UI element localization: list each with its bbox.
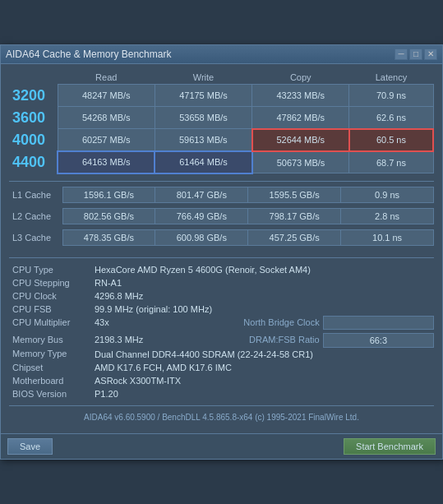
- content-area: Read Write Copy Latency 320048247 MB/s47…: [1, 64, 442, 433]
- dram-fsb-value: 66:3: [323, 333, 433, 347]
- bench-label-4400: 4400: [9, 151, 58, 173]
- cache-write: 600.98 GB/s: [155, 229, 248, 245]
- cpu-clock-label: CPU Clock: [9, 289, 91, 303]
- cache-label: L1 Cache: [9, 187, 62, 202]
- cpu-stepping-label: CPU Stepping: [9, 276, 91, 289]
- cache-copy: 798.17 GB/s: [248, 208, 341, 224]
- cache-label: L3 Cache: [9, 229, 62, 245]
- window-title: AIDA64 Cache & Memory Benchmark: [6, 49, 171, 60]
- bios-label: BIOS Version: [9, 387, 91, 400]
- header-latency: Latency: [349, 71, 433, 85]
- bench-read-4000: 60257 MB/s: [58, 129, 155, 151]
- bench-write-3600: 53658 MB/s: [155, 107, 251, 129]
- cache-read: 1596.1 GB/s: [62, 187, 155, 202]
- save-button[interactable]: Save: [7, 438, 53, 455]
- maximize-button[interactable]: □: [409, 49, 422, 60]
- divider-2: [9, 257, 434, 258]
- cache-row-l1-cache: L1 Cache1596.1 GB/s801.47 GB/s1595.5 GB/…: [9, 187, 434, 202]
- cache-read: 478.35 GB/s: [62, 229, 155, 245]
- nb-clock-label: North Bridge Clock: [184, 316, 323, 329]
- footer-text: AIDA64 v6.60.5900 / BenchDLL 4.5.865.8-x…: [9, 411, 434, 427]
- info-row-memory-bus: Memory Bus 2198.3 MHz DRAM:FSB Ratio 66:…: [9, 333, 434, 347]
- info-row-memory-type: Memory Type Dual Channel DDR4-4400 SDRAM…: [9, 347, 434, 361]
- cpu-type-label: CPU Type: [9, 263, 91, 276]
- info-table: CPU Type HexaCore AMD Ryzen 5 4600G (Ren…: [9, 263, 434, 400]
- info-row-cpu-clock: CPU Clock 4296.8 MHz: [9, 289, 434, 303]
- dram-fsb-label: DRAM:FSB Ratio: [184, 333, 323, 347]
- chipset-value: AMD K17.6 FCH, AMD K17.6 IMC: [91, 361, 434, 374]
- divider-3: [9, 405, 434, 406]
- cpu-stepping-value: RN-A1: [91, 276, 434, 289]
- bench-copy-3600: 47862 MB/s: [252, 107, 349, 129]
- window-controls: ─ □ ✕: [395, 49, 437, 60]
- memory-bus-label: Memory Bus: [9, 333, 91, 347]
- info-row-bios: BIOS Version P1.20: [9, 387, 434, 400]
- memory-bus-value: 2198.3 MHz: [91, 333, 184, 347]
- cache-write: 801.47 GB/s: [155, 187, 248, 202]
- bench-read-3200: 48247 MB/s: [58, 85, 155, 107]
- memory-type-value: Dual Channel DDR4-4400 SDRAM (22-24-24-5…: [91, 347, 434, 361]
- cache-read: 802.56 GB/s: [62, 208, 155, 224]
- cache-latency: 2.8 ns: [341, 208, 434, 224]
- cache-write: 766.49 GB/s: [155, 208, 248, 224]
- bench-row-4400: 440064163 MB/s61464 MB/s50673 MB/s68.7 n…: [9, 151, 433, 173]
- cache-row-l2-cache: L2 Cache802.56 GB/s766.49 GB/s798.17 GB/…: [9, 208, 434, 224]
- info-row-cpu-stepping: CPU Stepping RN-A1: [9, 276, 434, 289]
- titlebar: AIDA64 Cache & Memory Benchmark ─ □ ✕: [1, 45, 442, 64]
- main-window: AIDA64 Cache & Memory Benchmark ─ □ ✕ Re…: [0, 44, 443, 460]
- cache-table: L1 Cache1596.1 GB/s801.47 GB/s1595.5 GB/…: [9, 187, 434, 251]
- bench-latency-3600: 62.6 ns: [349, 107, 433, 129]
- bench-label-3200: 3200: [9, 85, 58, 107]
- header-read: Read: [58, 71, 155, 85]
- cache-latency: 10.1 ns: [341, 229, 434, 245]
- bench-latency-4400: 68.7 ns: [349, 151, 433, 173]
- header-write: Write: [155, 71, 251, 85]
- nb-clock-value: [323, 316, 433, 329]
- chipset-label: Chipset: [9, 361, 91, 374]
- cpu-multiplier-label: CPU Multiplier: [9, 316, 91, 329]
- bench-copy-3200: 43233 MB/s: [252, 85, 349, 107]
- bottom-bar: Save Start Benchmark: [1, 433, 442, 459]
- cache-copy: 457.25 GB/s: [248, 229, 341, 245]
- bench-row-3200: 320048247 MB/s47175 MB/s43233 MB/s70.9 n…: [9, 85, 433, 107]
- cache-row-l3-cache: L3 Cache478.35 GB/s600.98 GB/s457.25 GB/…: [9, 229, 434, 245]
- info-row-cpu-fsb: CPU FSB 99.9 MHz (original: 100 MHz): [9, 303, 434, 317]
- cache-label: L2 Cache: [9, 208, 62, 224]
- info-row-motherboard: Motherboard ASRock X300TM-ITX: [9, 374, 434, 387]
- cpu-fsb-label: CPU FSB: [9, 303, 91, 317]
- cpu-clock-value: 4296.8 MHz: [91, 289, 434, 303]
- bench-latency-4000: 60.5 ns: [349, 129, 433, 151]
- bench-copy-4400: 50673 MB/s: [252, 151, 349, 173]
- divider-1: [9, 181, 434, 182]
- cpu-multiplier-value: 43x: [91, 316, 184, 329]
- info-row-cpu-type: CPU Type HexaCore AMD Ryzen 5 4600G (Ren…: [9, 263, 434, 276]
- motherboard-value: ASRock X300TM-ITX: [91, 374, 434, 387]
- memory-type-label: Memory Type: [9, 347, 91, 361]
- close-button[interactable]: ✕: [424, 49, 437, 60]
- benchmark-table: Read Write Copy Latency 320048247 MB/s47…: [9, 71, 434, 174]
- info-row-chipset: Chipset AMD K17.6 FCH, AMD K17.6 IMC: [9, 361, 434, 374]
- start-benchmark-button[interactable]: Start Benchmark: [344, 438, 436, 455]
- bios-value: P1.20: [91, 387, 434, 400]
- bench-label-3600: 3600: [9, 107, 58, 129]
- cpu-fsb-value: 99.9 MHz (original: 100 MHz): [91, 303, 434, 317]
- bench-latency-3200: 70.9 ns: [349, 85, 433, 107]
- bench-read-3600: 54268 MB/s: [58, 107, 155, 129]
- cache-latency: 0.9 ns: [341, 187, 434, 202]
- info-row-cpu-multiplier: CPU Multiplier 43x North Bridge Clock: [9, 316, 434, 329]
- minimize-button[interactable]: ─: [395, 49, 408, 60]
- cpu-type-value: HexaCore AMD Ryzen 5 4600G (Renoir, Sock…: [91, 263, 434, 276]
- bench-read-4400: 64163 MB/s: [58, 151, 155, 173]
- bench-write-4000: 59613 MB/s: [155, 129, 251, 151]
- bench-copy-4000: 52644 MB/s: [252, 129, 349, 151]
- header-copy: Copy: [252, 71, 349, 85]
- bench-write-3200: 47175 MB/s: [155, 85, 251, 107]
- motherboard-label: Motherboard: [9, 374, 91, 387]
- cache-copy: 1595.5 GB/s: [248, 187, 341, 202]
- bench-row-4000: 400060257 MB/s59613 MB/s52644 MB/s60.5 n…: [9, 129, 433, 151]
- bench-row-3600: 360054268 MB/s53658 MB/s47862 MB/s62.6 n…: [9, 107, 433, 129]
- bench-label-4000: 4000: [9, 129, 58, 151]
- bench-write-4400: 61464 MB/s: [155, 151, 251, 173]
